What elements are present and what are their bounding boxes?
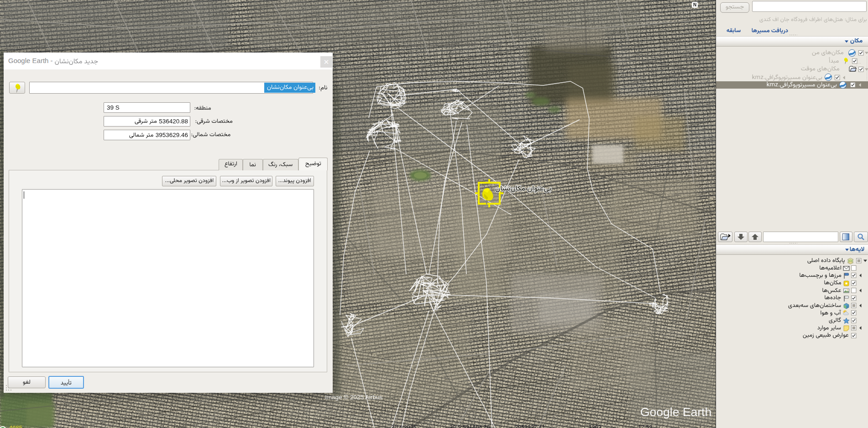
svg-text:N: N — [693, 2, 696, 7]
svg-text:1393: 1393 — [589, 424, 601, 428]
svg-text:Google Earth: Google Earth — [640, 405, 711, 419]
svg-text:17.52: 17.52 — [638, 424, 652, 428]
svg-text:Image © 2025 Airbus: Image © 2025 Airbus — [325, 394, 383, 401]
svg-text:39 S 531404.76: 39 S 531404.76 — [450, 424, 490, 428]
svg-text:4085: 4085 — [9, 424, 22, 428]
svg-text:3/14/2025: 3/14/2025 — [391, 424, 417, 428]
svg-text:3952227.41: 3952227.41 — [515, 424, 545, 428]
